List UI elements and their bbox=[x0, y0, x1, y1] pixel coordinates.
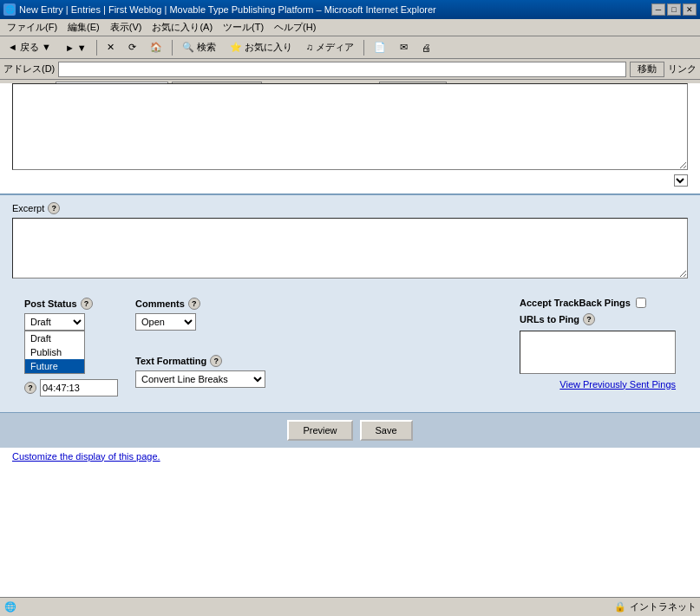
accept-trackback-label: Accept TrackBack Pings bbox=[520, 298, 631, 308]
status-right: 🔒 イントラネット bbox=[614, 600, 697, 613]
search-button[interactable]: 🔍 検索 bbox=[176, 38, 222, 57]
address-input[interactable] bbox=[58, 62, 626, 77]
option-future[interactable]: Future bbox=[25, 359, 84, 373]
post-status-select[interactable]: Draft Publish Future bbox=[24, 313, 85, 331]
post-status-label-row: Post Status ? bbox=[24, 298, 118, 310]
favorites-button[interactable]: ⭐ お気に入り bbox=[224, 38, 298, 57]
title-bar: 🌐 New Entry | Entries | First Weblog | M… bbox=[0, 0, 700, 19]
option-draft[interactable]: Draft bbox=[25, 331, 84, 345]
body-textarea-scrollbar[interactable] bbox=[674, 174, 688, 187]
toolbar: ◄ 戻る ▼ ► ▼ ✕ ⟳ 🏠 🔍 検索 ⭐ お気に入り ♫ メディア 📄 ✉… bbox=[0, 36, 700, 59]
print-button[interactable]: 🖨 bbox=[415, 38, 437, 57]
address-label: アドレス(D) bbox=[3, 62, 55, 75]
back-button[interactable]: ◄ 戻る ▼ bbox=[2, 38, 57, 57]
menu-favorites[interactable]: お気に入り(A) bbox=[147, 19, 218, 36]
post-status-help-icon[interactable]: ? bbox=[81, 298, 93, 310]
accept-trackback-checkbox[interactable] bbox=[636, 298, 646, 308]
menu-edit[interactable]: 編集(E) bbox=[62, 19, 105, 36]
zone-text: イントラネット bbox=[630, 600, 697, 613]
text-formatting-select[interactable]: Convert Line Breaks None Markdown bbox=[135, 370, 265, 388]
text-formatting-label: Text Formatting bbox=[135, 356, 206, 366]
urls-to-ping-textarea[interactable] bbox=[520, 331, 676, 374]
excerpt-help-icon[interactable]: ? bbox=[48, 202, 60, 214]
close-button[interactable]: ✕ bbox=[683, 3, 697, 16]
history-button[interactable]: 📄 bbox=[368, 38, 392, 57]
form-controls: Post Status ? Draft Publish Future bbox=[12, 289, 688, 405]
body-textarea[interactable] bbox=[12, 83, 688, 170]
comments-label-row: Comments ? bbox=[135, 298, 265, 310]
window-title: New Entry | Entries | First Weblog | Mov… bbox=[19, 4, 436, 15]
trackback-row: Accept TrackBack Pings bbox=[520, 298, 676, 308]
maximize-button[interactable]: □ bbox=[667, 3, 681, 16]
right-panel: Accept TrackBack Pings URLs to Ping ? Vi… bbox=[520, 298, 676, 390]
zone-label: 🔒 イントラネット bbox=[614, 600, 697, 613]
toolbar-separator-2 bbox=[172, 40, 173, 56]
option-publish[interactable]: Publish bbox=[25, 345, 84, 359]
post-status-dropdown-container: Draft Publish Future Draft Publish Futur… bbox=[24, 313, 118, 331]
address-bar: アドレス(D) 移動 リンク bbox=[0, 59, 700, 80]
date-input[interactable]: 04:47:13 bbox=[40, 379, 118, 396]
text-formatting-help-icon[interactable]: ? bbox=[210, 355, 222, 367]
menu-file[interactable]: ファイル(F) bbox=[2, 19, 62, 36]
menu-view[interactable]: 表示(V) bbox=[105, 19, 147, 36]
status-icon: 🌐 bbox=[3, 600, 17, 614]
links-label: リンク bbox=[668, 62, 697, 75]
zone-icon: 🔒 bbox=[614, 601, 626, 613]
browser-icon: 🌐 bbox=[3, 3, 16, 16]
comments-group: Comments ? Open Closed Text Formatting ? bbox=[135, 298, 265, 388]
customize-link[interactable]: Customize the display of this page. bbox=[12, 451, 160, 462]
comments-help-icon[interactable]: ? bbox=[188, 298, 200, 310]
excerpt-label-row: Excerpt ? bbox=[12, 202, 688, 214]
menu-tools[interactable]: ツール(T) bbox=[218, 19, 269, 36]
form-area: Excerpt ? Post Status ? Dra bbox=[0, 195, 700, 412]
view-previously-sent-pings-link[interactable]: View Previously Sent Pings bbox=[520, 379, 676, 390]
excerpt-label: Excerpt bbox=[12, 203, 44, 213]
page-content: Excerpt ? Post Status ? Dra bbox=[0, 83, 700, 597]
text-formatting-label-row: Text Formatting ? bbox=[135, 355, 265, 367]
go-button[interactable]: 移動 bbox=[630, 62, 664, 77]
toolbar-separator-1 bbox=[96, 40, 97, 56]
post-status-group: Post Status ? Draft Publish Future bbox=[24, 298, 118, 396]
forward-button[interactable]: ► ▼ bbox=[59, 38, 93, 57]
urls-to-ping-label-row: URLs to Ping ? bbox=[520, 313, 676, 325]
customize-section: Customize the display of this page. bbox=[0, 448, 700, 469]
menu-bar: ファイル(F) 編集(E) 表示(V) お気に入り(A) ツール(T) ヘルプ(… bbox=[0, 19, 700, 36]
status-bar: 🌐 🔒 イントラネット bbox=[0, 597, 700, 616]
post-status-dropdown-list: Draft Publish Future bbox=[24, 331, 85, 374]
home-button[interactable]: 🏠 bbox=[144, 38, 168, 57]
menu-help[interactable]: ヘルプ(H) bbox=[269, 19, 321, 36]
refresh-button[interactable]: ⟳ bbox=[122, 38, 142, 57]
media-button[interactable]: ♫ メディア bbox=[300, 38, 360, 57]
mail-button[interactable]: ✉ bbox=[394, 38, 414, 57]
urls-to-ping-help-icon[interactable]: ? bbox=[583, 313, 595, 325]
save-button[interactable]: Save bbox=[360, 420, 413, 441]
comments-label: Comments bbox=[135, 298, 185, 309]
body-section bbox=[0, 83, 700, 195]
browser-content: Excerpt ? Post Status ? Dra bbox=[0, 83, 700, 597]
action-bar: Preview Save bbox=[0, 412, 700, 448]
stop-button[interactable]: ✕ bbox=[101, 38, 121, 57]
date-help-icon[interactable]: ? bbox=[24, 382, 36, 394]
toolbar-separator-3 bbox=[363, 40, 364, 56]
excerpt-textarea[interactable] bbox=[12, 218, 688, 279]
urls-to-ping-label: URLs to Ping bbox=[520, 314, 579, 324]
preview-button[interactable]: Preview bbox=[287, 420, 352, 441]
minimize-button[interactable]: ─ bbox=[651, 3, 665, 16]
comments-select[interactable]: Open Closed bbox=[135, 313, 196, 331]
post-status-label: Post Status bbox=[24, 298, 77, 309]
